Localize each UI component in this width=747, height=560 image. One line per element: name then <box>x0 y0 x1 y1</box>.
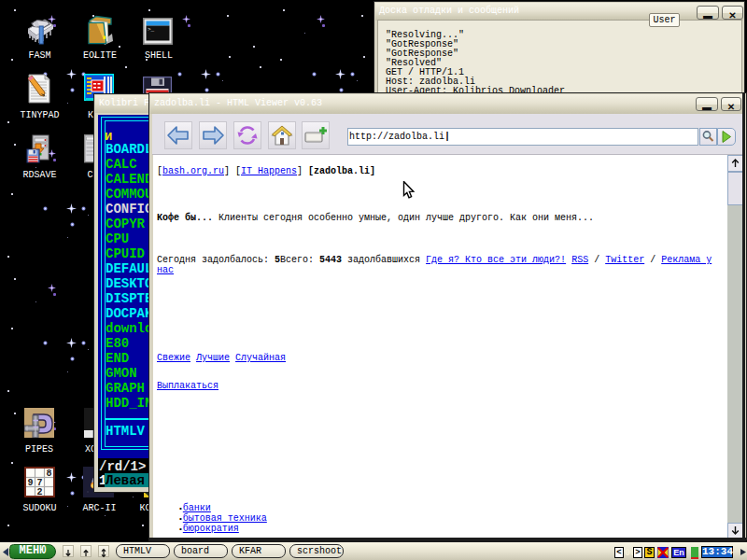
svg-text:9: 9 <box>28 478 34 488</box>
svg-text:8: 8 <box>47 469 52 479</box>
svg-text:2: 2 <box>37 487 43 497</box>
svg-text:>_: >_ <box>148 26 155 33</box>
